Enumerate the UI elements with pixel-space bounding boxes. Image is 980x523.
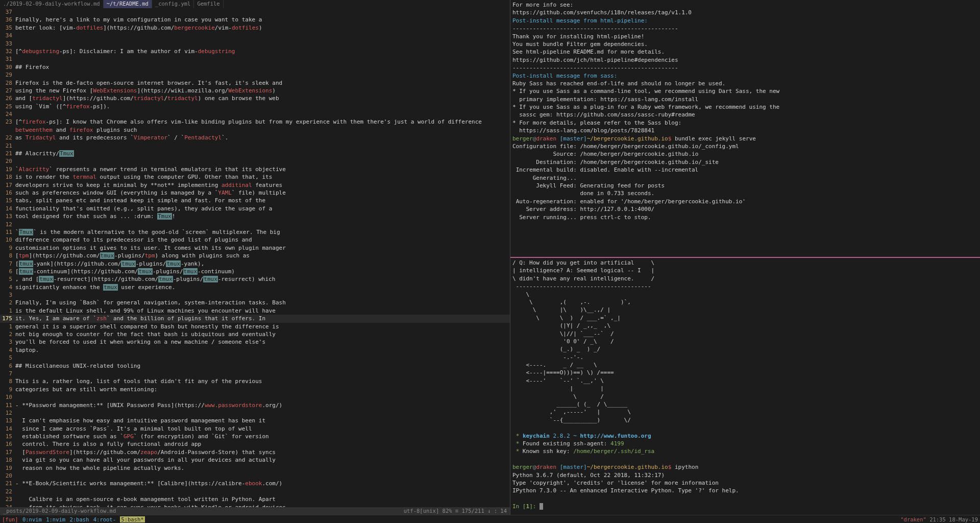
code-line[interactable]: 34 (0, 32, 510, 39)
code-line[interactable]: 29 (0, 71, 510, 79)
code-line[interactable]: 20 (0, 472, 510, 480)
keychain-line: * Found existing ssh-agent: 4199 (512, 440, 978, 447)
code-line[interactable]: 8This is a, rather long, list of tools t… (0, 377, 510, 385)
code-line[interactable]: 32[^debugstring-ps]: Disclaimer: I am th… (0, 47, 510, 55)
code-line[interactable]: 19 reason on how the whole pipeline actu… (0, 464, 510, 472)
code-line[interactable]: 3you'll be forced to used it when workin… (0, 338, 510, 346)
buffer-tab[interactable]: ~/t/README.md (104, 0, 152, 8)
code-line[interactable]: 14 since I came across `Pass`. It's a mi… (0, 425, 510, 433)
code-line[interactable]: 28Firefox is the de-facto open-source in… (0, 79, 510, 87)
code-line[interactable]: 15tabs, split panes etc and instead keep… (0, 197, 510, 204)
tmux-date: 18-May-19 (949, 516, 978, 522)
code-line[interactable]: 4significantly enhance the tmux user exp… (0, 283, 510, 291)
code-line[interactable]: 9customisation options it gives to its u… (0, 244, 510, 252)
code-line[interactable]: 31 (0, 55, 510, 63)
code-line[interactable]: 36Finally, here's a link to my vim confi… (0, 16, 510, 23)
terminal-top[interactable]: For more info see:https://github.com/sve… (510, 0, 980, 258)
main-area: ./2019-02-09-daily-workflow.md~/t/README… (0, 0, 980, 515)
code-line[interactable]: 16 control. There is also a fully functi… (0, 440, 510, 448)
code-line[interactable]: 10 (0, 393, 510, 401)
buffer-tab[interactable]: ./2019-02-09-daily-workflow.md (0, 0, 104, 8)
tmux-window[interactable]: 4:root- (93, 516, 116, 522)
code-line[interactable]: 6[tmux-continuum](https://github.com/tmu… (0, 268, 510, 275)
code-line[interactable]: 16such as preferences window GUI (everyt… (0, 189, 510, 197)
code-line[interactable]: 20 (0, 157, 510, 165)
code-line[interactable]: 9categories but are still worth mentioni… (0, 386, 510, 393)
code-line[interactable]: 14functionality that's omitted (e.g., sp… (0, 205, 510, 212)
terminal-line: https://sass-lang.com/blog/posts/7828841 (512, 127, 978, 134)
code-line[interactable]: 13 I can't emphasise how easy and intuit… (0, 417, 510, 424)
tmux-host: "draken" (900, 516, 926, 522)
code-line[interactable]: 2Finally, I'm using `Bash` for general n… (0, 299, 510, 306)
tmux-window[interactable]: 5:bash* (120, 516, 144, 522)
code-line[interactable]: 21- **E-Book/Scientific works management… (0, 480, 510, 487)
tmux-window[interactable]: 1:nvim (46, 516, 65, 522)
code-line[interactable]: 11- **Password management:** [UNIX Passw… (0, 401, 510, 409)
editor-pane: ./2019-02-09-daily-workflow.md~/t/README… (0, 0, 510, 515)
code-line[interactable]: 22 (0, 488, 510, 495)
code-line[interactable]: 33 (0, 40, 510, 47)
terminal-line: Ruby Sass has reached end-of-life and sh… (512, 80, 978, 87)
tmux-session[interactable]: [fun] (2, 516, 21, 522)
code-line[interactable]: 1is the default Linux shell, and 99% of … (0, 307, 510, 315)
code-line[interactable]: 22as Tridactyl and its predecessors `Vim… (0, 134, 510, 141)
code-line[interactable]: 175it. Yes, I am aware of `zsh` and the … (0, 315, 510, 322)
terminal-line: Server address: http://127.0.0.1:4000/ (512, 205, 978, 213)
terminal-line: berger@draken [master]~/bergercookie.git… (512, 135, 978, 142)
buffer-tab[interactable]: Gemfile (194, 0, 223, 8)
code-line[interactable]: 19`Alacritty` represents a newer trend i… (0, 165, 510, 173)
code-line[interactable]: 4laptop. (0, 346, 510, 354)
code-line[interactable]: 10difference compared to its predecessor… (0, 236, 510, 244)
code-line[interactable]: 15 established software such as `GPG` (f… (0, 433, 510, 440)
code-line[interactable]: 23[^firefox-ps]: I know that Chrome also… (0, 118, 510, 134)
code-line[interactable]: 2not big enough to counter for the fact … (0, 330, 510, 338)
code-line[interactable]: 7 (0, 370, 510, 377)
code-line[interactable]: 12 (0, 409, 510, 417)
tmux-window[interactable]: 0:nvim (22, 516, 42, 522)
tmux-time: 21:35 (929, 516, 946, 522)
status-pos: utf-8[unix] 82% ≡ 175/211 ↓ : 14 (404, 507, 507, 515)
code-line[interactable]: 7[tmux-yank](https://github.com/tmux-plu… (0, 260, 510, 268)
code-line[interactable]: 18is to render the termnal output using … (0, 173, 510, 181)
code-line[interactable]: 5 (0, 354, 510, 362)
code-line[interactable]: 5, and [tmux-resurrect](https://github.c… (0, 275, 510, 283)
code-line[interactable]: 24 from its obvious task, it can sync yo… (0, 504, 510, 507)
ipython-prompt[interactable]: In [1]: (512, 503, 978, 510)
code-line[interactable]: 1general it is a superior shell compared… (0, 323, 510, 330)
terminal-line: Server running... press ctrl-c to stop. (512, 213, 978, 221)
terminal-line: Post-install message from html-pipeline: (512, 17, 978, 25)
code-line[interactable]: 21 (0, 142, 510, 150)
code-line[interactable]: 17 [PasswordStore](https://github.com/ze… (0, 448, 510, 456)
editor[interactable]: 3736Finally, here's a link to my vim con… (0, 8, 510, 507)
buffer-tab[interactable]: _config.yml (152, 0, 194, 8)
code-line[interactable]: 13tool designed for that such as ... :dr… (0, 212, 510, 220)
tmux-windows[interactable]: [fun] 0:nvim 1:nvim 2:bash 4:root- 5:bas… (2, 516, 146, 522)
terminal-line: See html-pipeline README.md for more det… (512, 48, 978, 56)
buffer-tabs: ./2019-02-09-daily-workflow.md~/t/README… (0, 0, 510, 8)
terminal-bottom[interactable]: / Q: How did you get into artificial \| … (510, 258, 980, 515)
code-line[interactable]: 30## Firefox (0, 63, 510, 71)
code-line[interactable]: 11`Tmux` is the modern alternative to th… (0, 228, 510, 236)
code-line[interactable]: 3 (0, 291, 510, 299)
code-line[interactable]: 37 (0, 8, 510, 16)
code-line[interactable]: 25using `Vim` ([^firefox-ps]). (0, 103, 510, 110)
code-line[interactable]: 21## Alacritty/Tmux (0, 150, 510, 157)
code-line[interactable]: 35better look: [vim-dotfiles](https://gi… (0, 24, 510, 32)
code-line[interactable]: 17developers strive to keep it minimal b… (0, 181, 510, 189)
code-line[interactable]: 27using the new Firefox [WebExtensions](… (0, 87, 510, 94)
shell-prompt[interactable]: berger@draken [master]~/bergercookie.git… (512, 463, 978, 471)
code-line[interactable]: 26and [tridactyl](https://github.com/tri… (0, 94, 510, 102)
code-line[interactable]: 24 (0, 110, 510, 118)
cowsay: / Q: How did you get into artificial \| … (512, 259, 978, 424)
terminal-line: * If you use Sass as a plug-in for a Rub… (512, 103, 978, 111)
terminal-line: https://github.com/svenfuchs/i18n/releas… (512, 9, 978, 16)
ipython-info: Python 3.6.7 (default, Oct 22 2018, 11:3… (512, 471, 978, 479)
tmux-window[interactable]: 2:bash (69, 516, 89, 522)
code-line[interactable]: 12 (0, 221, 510, 228)
code-line[interactable]: 8[tpm](https://github.com/tmux-plugins/t… (0, 252, 510, 259)
code-line[interactable]: 18 via git so you can have all your pass… (0, 456, 510, 464)
code-line[interactable]: 23 Calibre is an open-source e-book mana… (0, 495, 510, 503)
keychain-line: * Known ssh key: /home/berger/.ssh/id_rs… (512, 447, 978, 455)
code-line[interactable]: 6## Miscellaneous UNIX-related tooling (0, 362, 510, 370)
terminal-line: Auto-regeneration: enabled for '/home/be… (512, 198, 978, 205)
